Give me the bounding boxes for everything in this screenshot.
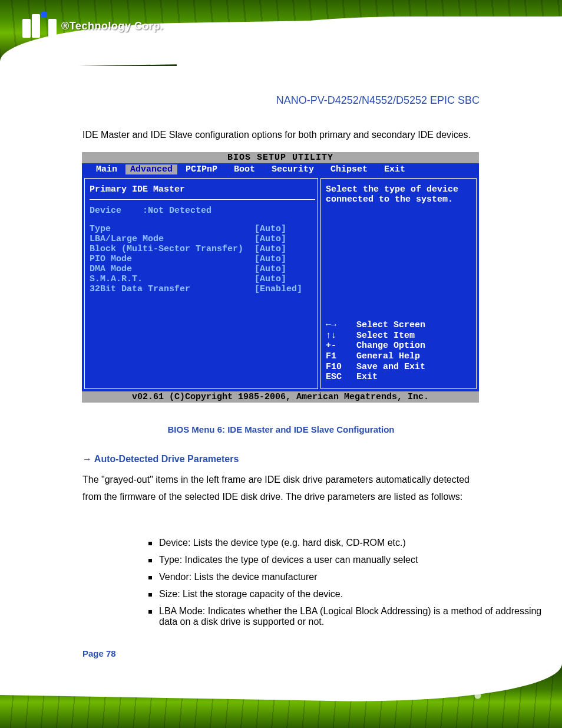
- bios-section-title: Primary IDE Master: [90, 185, 315, 199]
- bios-option-label: 32Bit Data Transfer: [90, 284, 254, 294]
- bios-device-value: :Not Detected: [143, 206, 211, 216]
- bios-key-desc: Select Item: [356, 331, 415, 341]
- bios-help-text: Select the type of device connected to t…: [326, 185, 471, 205]
- bios-key-desc: Select Screen: [356, 320, 425, 331]
- bios-option-label: LBA/Large Mode: [90, 234, 254, 244]
- autodetect-heading: → Auto-Detected Drive Parameters: [82, 454, 239, 465]
- list-item: Vendor: Lists the device manufacturer: [159, 572, 562, 582]
- bios-option-row[interactable]: DMA Mode[Auto]: [90, 264, 315, 274]
- list-item: Type: Indicates the type of devices a us…: [159, 555, 562, 565]
- iei-logo: ®Technology Corp.: [22, 14, 163, 38]
- bios-key-row: ←→Select Screen: [326, 320, 471, 331]
- bios-tab-pcipnp[interactable]: PCIPnP: [177, 164, 226, 174]
- bios-key: ESC: [326, 372, 356, 383]
- bios-key-row: ↑↓Select Item: [326, 331, 471, 341]
- bios-option-value: [Auto]: [254, 254, 286, 264]
- list-item: LBA Mode: Indicates whether the LBA (Log…: [159, 606, 562, 627]
- autodetect-paragraph: The "grayed-out" items in the left frame…: [82, 472, 480, 506]
- bios-screenshot: BIOS SETUP UTILITY Main Advanced PCIPnP …: [82, 152, 479, 403]
- autodetect-list: Device: Lists the device type (e.g. hard…: [159, 538, 562, 634]
- bios-option-value: [Auto]: [254, 274, 286, 284]
- bios-key-desc: Save and Exit: [356, 362, 425, 373]
- bios-tabs: Main Advanced PCIPnP Boot Security Chips…: [82, 163, 479, 176]
- intro-paragraph: IDE Master and IDE Slave configuration o…: [82, 130, 480, 140]
- bios-key-legend: ←→Select Screen ↑↓Select Item +-Change O…: [326, 320, 471, 383]
- bios-key: ←→: [326, 320, 356, 331]
- bios-tab-chipset[interactable]: Chipset: [322, 164, 376, 174]
- list-item: Device: Lists the device type (e.g. hard…: [159, 538, 562, 548]
- bios-right-pane: Select the type of device connected to t…: [320, 178, 477, 389]
- doc-title: NANO-PV-D4252/N4552/D5252 EPIC SBC: [276, 94, 480, 107]
- bios-option-value: [Enabled]: [254, 284, 302, 294]
- bios-device-row: Device :Not Detected: [90, 206, 315, 216]
- bios-tab-security[interactable]: Security: [263, 164, 322, 174]
- bios-option-value: [Auto]: [254, 234, 286, 244]
- bios-key-desc: Change Option: [356, 341, 425, 351]
- bios-tab-main[interactable]: Main: [88, 164, 125, 174]
- page-number: Page 78: [82, 648, 116, 658]
- bios-key: +-: [326, 341, 356, 351]
- bios-option-label: S.M.A.R.T.: [90, 274, 254, 284]
- top-banner: ®Technology Corp.: [0, 0, 562, 66]
- bios-key-row: F1General Help: [326, 351, 471, 362]
- bios-left-pane: Primary IDE Master Device :Not Detected …: [84, 178, 318, 389]
- bios-divider: [90, 199, 315, 200]
- bios-key-desc: General Help: [356, 351, 420, 362]
- bios-footer: v02.61 (C)Copyright 1985-2006, American …: [82, 391, 479, 403]
- bios-key-row: ESCExit: [326, 372, 471, 383]
- bios-option-row[interactable]: S.M.A.R.T.[Auto]: [90, 274, 315, 284]
- bios-option-row[interactable]: LBA/Large Mode[Auto]: [90, 234, 315, 244]
- iei-logo-mark: [22, 14, 57, 38]
- bios-key: F10: [326, 362, 356, 373]
- bios-option-label: Type: [90, 224, 254, 234]
- bios-body: Primary IDE Master Device :Not Detected …: [82, 176, 479, 391]
- bios-key-desc: Exit: [356, 372, 378, 383]
- bios-tab-boot[interactable]: Boot: [226, 164, 263, 174]
- bios-tab-exit[interactable]: Exit: [376, 164, 414, 174]
- bios-title: BIOS SETUP UTILITY: [82, 152, 479, 163]
- bios-option-row[interactable]: Type[Auto]: [90, 224, 315, 234]
- bios-key: F1: [326, 351, 356, 362]
- bottom-banner: [0, 663, 562, 728]
- iei-logo-text: ®Technology Corp.: [61, 20, 163, 32]
- bios-option-value: [Auto]: [254, 264, 286, 274]
- bios-option-label: PIO Mode: [90, 254, 254, 264]
- list-item: Size: List the storage capacity of the d…: [159, 589, 562, 599]
- bios-option-label: Block (Multi-Sector Transfer): [90, 244, 254, 254]
- bios-key-row: F10Save and Exit: [326, 362, 471, 373]
- bios-key-row: +-Change Option: [326, 341, 471, 351]
- bios-option-value: [Auto]: [254, 244, 286, 254]
- bios-option-row[interactable]: Block (Multi-Sector Transfer)[Auto]: [90, 244, 315, 254]
- bios-option-label: DMA Mode: [90, 264, 254, 274]
- bios-option-row[interactable]: 32Bit Data Transfer[Enabled]: [90, 284, 315, 294]
- banner-swoosh: [0, 663, 562, 705]
- figure-caption: BIOS Menu 6: IDE Master and IDE Slave Co…: [82, 424, 480, 434]
- bios-option-value: [Auto]: [254, 224, 286, 234]
- bios-tab-advanced[interactable]: Advanced: [125, 164, 177, 174]
- bios-option-row[interactable]: PIO Mode[Auto]: [90, 254, 315, 264]
- bios-key: ↑↓: [326, 331, 356, 341]
